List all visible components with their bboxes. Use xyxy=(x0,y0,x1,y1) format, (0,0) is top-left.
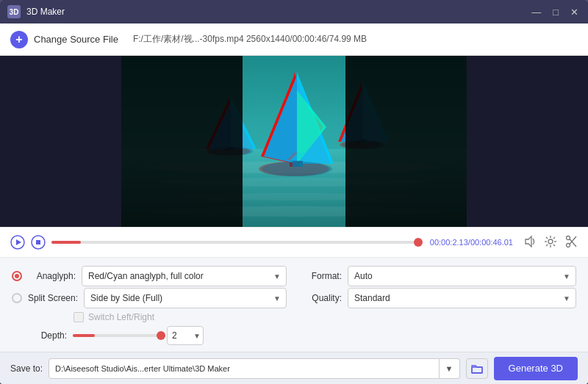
window-controls: — □ ✕ xyxy=(529,7,581,18)
video-area xyxy=(0,56,588,227)
svg-rect-39 xyxy=(36,240,40,244)
scissors-button[interactable] xyxy=(564,235,578,250)
control-icons xyxy=(523,235,578,250)
save-path-dropdown-button[interactable]: ▼ xyxy=(440,358,460,379)
anaglyph-row: Anaglyph: Red/Cyan anaglyph, full color … xyxy=(12,265,287,287)
split-screen-radio[interactable] xyxy=(12,293,22,303)
stop-button[interactable] xyxy=(31,235,46,250)
depth-slider[interactable] xyxy=(73,334,161,337)
settings-icon xyxy=(544,235,557,248)
switch-leftright-row: Switch Left/Right xyxy=(12,309,287,325)
play-icon xyxy=(10,235,25,250)
quality-row: Quality: Standard ▼ xyxy=(301,287,576,309)
change-source-button[interactable]: + Change Source File xyxy=(10,31,118,48)
quality-label: Quality: xyxy=(301,293,342,303)
split-screen-label: Split Screen: xyxy=(28,293,78,303)
app-icon-text: 3D xyxy=(10,8,19,16)
close-button[interactable]: ✕ xyxy=(568,7,581,18)
app-window: 3D 3D Maker — □ ✕ + Change Source File F… xyxy=(0,0,588,384)
maximize-button[interactable]: □ xyxy=(551,7,561,18)
save-to-label: Save to: xyxy=(10,363,43,374)
play-button[interactable] xyxy=(10,235,25,250)
progress-fill xyxy=(51,241,81,244)
generate-3d-button[interactable]: Generate 3D xyxy=(494,357,578,380)
title-bar: 3D 3D Maker — □ ✕ xyxy=(0,0,588,23)
depth-label: Depth: xyxy=(12,330,67,341)
save-bar: Save to: ▼ Generate 3D xyxy=(0,352,588,384)
progress-thumb xyxy=(414,238,423,247)
split-screen-select-wrapper: Side by Side (Full) ▼ xyxy=(84,288,287,308)
switch-leftright-checkbox[interactable] xyxy=(74,312,84,322)
format-row: Format: Auto ▼ xyxy=(301,265,576,287)
svg-marker-37 xyxy=(16,239,21,245)
split-screen-row: Split Screen: Side by Side (Full) ▼ xyxy=(12,287,287,309)
format-select-wrapper: Auto ▼ xyxy=(348,266,576,286)
save-path-input[interactable] xyxy=(49,358,440,379)
app-icon: 3D xyxy=(7,5,21,18)
depth-thumb xyxy=(157,331,165,340)
volume-icon xyxy=(523,235,537,248)
quality-select[interactable]: Standard xyxy=(348,288,576,308)
time-display: 00:00:2.13/00:00:46.01 xyxy=(430,238,513,247)
folder-icon xyxy=(471,363,483,374)
split-screen-select[interactable]: Side by Side (Full) xyxy=(84,288,287,308)
depth-fill xyxy=(73,334,95,337)
scissors-icon xyxy=(564,235,578,248)
left-settings: Anaglyph: Red/Cyan anaglyph, full color … xyxy=(12,265,287,346)
controls-bar: 00:00:2.13/00:00:46.01 xyxy=(0,227,588,258)
progress-bar[interactable] xyxy=(51,241,418,244)
depth-row: Depth: 2 ▼ xyxy=(12,325,287,346)
svg-point-41 xyxy=(548,239,553,244)
right-settings: Format: Auto ▼ Quality: Standard ▼ xyxy=(301,265,576,346)
video-canvas xyxy=(121,56,467,227)
save-path-wrapper: ▼ xyxy=(49,358,460,379)
anaglyph-select[interactable]: Red/Cyan anaglyph, full color xyxy=(82,266,287,286)
svg-rect-54 xyxy=(472,367,482,373)
video-preview xyxy=(0,56,588,227)
anaglyph-label: Anaglyph: xyxy=(28,271,76,281)
change-source-label: Change Source File xyxy=(34,34,118,45)
svg-line-49 xyxy=(553,237,555,239)
switch-leftright-label: Switch Left/Right xyxy=(88,312,154,322)
svg-point-31 xyxy=(262,162,332,176)
depth-select-wrapper: 2 ▼ xyxy=(167,326,204,345)
add-icon: + xyxy=(10,31,28,48)
svg-line-46 xyxy=(546,237,548,239)
svg-line-47 xyxy=(553,244,555,245)
svg-rect-34 xyxy=(121,56,243,227)
volume-button[interactable] xyxy=(523,235,537,250)
file-info: F:/工作/素材/视...-30fps.mp4 2560x1440/00:00:… xyxy=(133,33,367,46)
anaglyph-radio[interactable] xyxy=(12,271,22,281)
stop-icon xyxy=(31,235,46,250)
app-title: 3D Maker xyxy=(26,7,529,17)
format-select[interactable]: Auto xyxy=(348,266,576,286)
svg-marker-40 xyxy=(526,236,531,247)
browse-folder-button[interactable] xyxy=(466,358,488,379)
minimize-button[interactable]: — xyxy=(529,7,543,18)
depth-select[interactable]: 2 xyxy=(167,326,204,345)
format-label: Format: xyxy=(301,271,342,281)
toolbar: + Change Source File F:/工作/素材/视...-30fps… xyxy=(0,23,588,56)
settings-button[interactable] xyxy=(544,235,557,250)
settings-panel: Anaglyph: Red/Cyan anaglyph, full color … xyxy=(0,258,588,352)
svg-line-48 xyxy=(546,244,548,245)
quality-select-wrapper: Standard ▼ xyxy=(348,288,576,308)
svg-rect-35 xyxy=(345,56,467,227)
anaglyph-select-wrapper: Red/Cyan anaglyph, full color ▼ xyxy=(82,266,287,286)
